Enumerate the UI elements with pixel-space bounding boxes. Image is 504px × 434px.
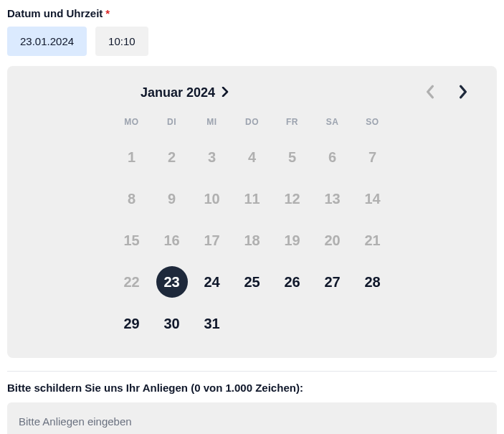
textarea-label: Bitte schildern Sie uns Ihr Anliegen (0 … — [7, 382, 497, 394]
date-button[interactable]: 23.01.2024 — [7, 27, 87, 56]
calendar-day: 19 — [272, 225, 313, 256]
calendar-day: 12 — [272, 183, 313, 214]
calendar-day: 20 — [313, 225, 353, 256]
time-button[interactable]: 10:10 — [95, 27, 148, 56]
chevron-right-icon — [221, 87, 229, 100]
calendar-day[interactable]: 27 — [313, 266, 353, 298]
datetime-label: Datum und Uhrzeit* — [7, 7, 497, 19]
calendar-day: 5 — [272, 141, 313, 173]
calendar-day[interactable]: 31 — [192, 308, 232, 339]
calendar-title-button[interactable]: Januar 2024 — [141, 85, 229, 100]
calendar-day: 21 — [353, 225, 393, 256]
next-month-button[interactable] — [455, 82, 471, 104]
calendar-day: 6 — [313, 141, 353, 173]
calendar-day: 13 — [313, 183, 353, 214]
calendar-day: 18 — [232, 225, 272, 256]
concern-textarea[interactable] — [19, 415, 485, 428]
concern-textarea-wrapper[interactable] — [7, 402, 497, 434]
calendar: Januar 2024 MODIMIDOFRSASO12345678910111… — [7, 66, 497, 358]
calendar-title: Januar 2024 — [141, 85, 215, 100]
calendar-day: 15 — [112, 225, 152, 256]
weekday-header: SA — [313, 117, 353, 131]
calendar-day: 8 — [112, 183, 152, 214]
weekday-header: DI — [152, 117, 192, 131]
calendar-day[interactable]: 28 — [353, 266, 393, 298]
calendar-day: 3 — [192, 141, 232, 173]
weekday-header: SO — [353, 117, 393, 131]
calendar-day[interactable]: 26 — [272, 266, 313, 298]
prev-month-button — [422, 82, 438, 104]
calendar-day: 14 — [353, 183, 393, 214]
calendar-day: 1 — [112, 141, 152, 173]
calendar-day: 4 — [232, 141, 272, 173]
chevron-right-icon — [458, 85, 468, 101]
calendar-day: 7 — [353, 141, 393, 173]
divider — [7, 371, 497, 372]
calendar-day: 2 — [152, 141, 192, 173]
calendar-day: 10 — [192, 183, 232, 214]
chevron-left-icon — [425, 85, 435, 101]
weekday-header: MI — [192, 117, 232, 131]
calendar-day: 16 — [152, 225, 192, 256]
calendar-day: 17 — [192, 225, 232, 256]
weekday-header: FR — [272, 117, 313, 131]
calendar-day: 11 — [232, 183, 272, 214]
calendar-day: 22 — [112, 266, 152, 298]
weekday-header: DO — [232, 117, 272, 131]
required-marker: * — [105, 7, 110, 19]
calendar-day[interactable]: 23 — [156, 266, 188, 298]
calendar-day: 9 — [152, 183, 192, 214]
weekday-header: MO — [112, 117, 152, 131]
calendar-day[interactable]: 29 — [112, 308, 152, 339]
calendar-day[interactable]: 24 — [192, 266, 232, 298]
calendar-day[interactable]: 30 — [152, 308, 192, 339]
calendar-day[interactable]: 25 — [232, 266, 272, 298]
